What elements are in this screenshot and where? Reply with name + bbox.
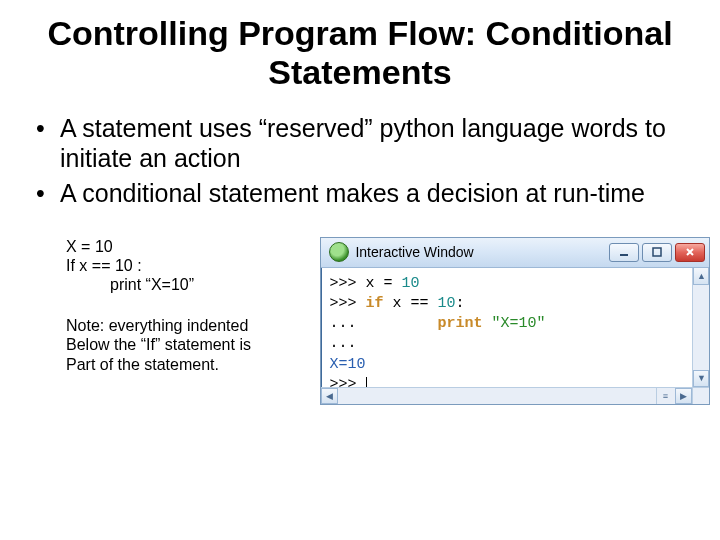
code-line: X = 10 — [66, 237, 320, 256]
window-buttons — [609, 243, 705, 262]
python-icon — [329, 242, 349, 262]
maximize-button[interactable] — [642, 243, 672, 262]
window-title: Interactive Window — [355, 244, 609, 260]
note-line: Note: everything indented — [66, 316, 320, 335]
lower-row: X = 10 If x == 10 : print “X=10” Note: e… — [30, 237, 690, 405]
bullet-item: A statement uses “reserved” python langu… — [36, 114, 690, 173]
interactive-window: Interactive Window >>> x = 10 >>> if x =… — [320, 237, 710, 405]
code-line: print “X=10” — [66, 275, 320, 294]
options-icon[interactable]: ≡ — [656, 388, 673, 404]
close-button[interactable] — [675, 243, 705, 262]
scroll-left-icon[interactable]: ◀ — [321, 388, 338, 404]
minimize-button[interactable] — [609, 243, 639, 262]
terminal-line: ... — [329, 334, 701, 354]
code-sample: X = 10 If x == 10 : print “X=10” — [66, 237, 320, 295]
resize-grip-icon[interactable] — [692, 387, 709, 404]
bullet-list: A statement uses “reserved” python langu… — [36, 114, 690, 209]
bullet-item: A conditional statement makes a decision… — [36, 179, 690, 209]
slide: Controlling Program Flow: Conditional St… — [0, 0, 720, 540]
terminal-output: X=10 — [329, 355, 701, 375]
note-line: Part of the statement. — [66, 355, 320, 374]
terminal-line: >>> x = 10 — [329, 274, 701, 294]
terminal-line: >>> if x == 10: — [329, 294, 701, 314]
window-titlebar[interactable]: Interactive Window — [321, 238, 709, 268]
svg-rect-0 — [620, 254, 628, 256]
svg-rect-1 — [653, 248, 661, 256]
left-column: X = 10 If x == 10 : print “X=10” Note: e… — [30, 237, 320, 405]
right-column: Interactive Window >>> x = 10 >>> if x =… — [320, 237, 690, 405]
slide-title: Controlling Program Flow: Conditional St… — [30, 14, 690, 92]
scroll-up-icon[interactable]: ▲ — [693, 268, 709, 285]
vertical-scrollbar[interactable]: ▲ ▼ — [692, 268, 709, 387]
terminal-line: ... print "X=10" — [329, 314, 701, 334]
terminal-area[interactable]: >>> x = 10 >>> if x == 10: ... print "X=… — [321, 268, 709, 404]
scroll-down-icon[interactable]: ▼ — [693, 370, 709, 387]
note-line: Below the “If” statement is — [66, 335, 320, 354]
horizontal-scrollbar[interactable]: ◀ ▶ ≡ — [321, 387, 692, 404]
scroll-right-icon[interactable]: ▶ — [675, 388, 692, 404]
note-block: Note: everything indented Below the “If”… — [66, 316, 320, 374]
code-line: If x == 10 : — [66, 256, 320, 275]
